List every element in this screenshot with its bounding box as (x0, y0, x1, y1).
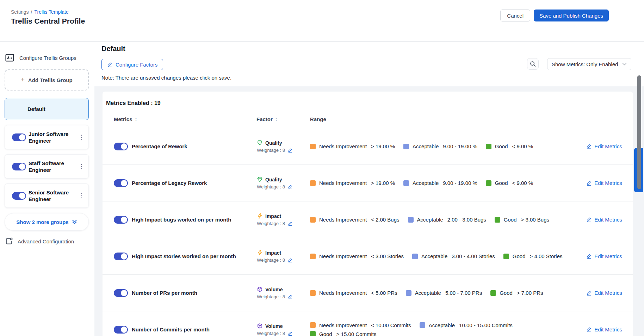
show-more-groups-button[interactable]: Show 2 more groups (5, 213, 89, 231)
edit-weightage-pencil-icon[interactable] (288, 331, 292, 336)
show-metrics-dropdown[interactable]: Show Metrics: Only Enabled (547, 58, 631, 70)
range-chip-acceptable: Acceptable5.00 - 7.00 PRs (406, 290, 482, 296)
breadcrumb-settings-link[interactable]: Settings (11, 9, 29, 15)
kebab-menu-icon[interactable]: ⋮ (78, 133, 85, 141)
factor-name: Impact (265, 213, 281, 219)
search-button[interactable] (527, 58, 539, 70)
breadcrumb-trellis-template-link[interactable]: Trellis Template (34, 9, 68, 15)
edit-metrics-link[interactable]: Edit Metrics (575, 143, 633, 149)
group-toggle[interactable] (12, 133, 26, 141)
column-header-metrics[interactable]: Metrics ▲▼ (114, 116, 137, 122)
page-header: Settings / Trellis Template Trellis Cent… (0, 0, 644, 42)
range-chip-good: Good> 15.00 Commits (310, 331, 377, 336)
add-trellis-group-label: Add Trellis Group (28, 77, 73, 83)
configure-trellis-groups-label: Configure Trellis Groups (19, 55, 76, 61)
metric-toggle[interactable] (114, 179, 128, 187)
kebab-menu-icon[interactable]: ⋮ (78, 192, 85, 199)
group-toggle[interactable] (12, 192, 26, 200)
cube-icon (257, 323, 263, 329)
acceptable-swatch (408, 217, 414, 223)
metric-toggle[interactable] (114, 326, 128, 334)
metric-name: High Impact bugs worked on per month (132, 216, 257, 223)
good-swatch (490, 290, 496, 296)
range-cell: Needs Improvement< 5.00 PRs Acceptable5.… (310, 290, 575, 296)
search-icon (530, 61, 536, 67)
group-item-default-selected[interactable]: Default (5, 98, 89, 120)
needs-improvement-swatch (310, 180, 316, 186)
metric-row-percentage-of-rework: Percentage of Rework Quality Weightage :… (103, 128, 633, 165)
edit-metrics-link[interactable]: Edit Metrics (575, 253, 633, 259)
range-cell: Needs Improvement> 19.00 % Acceptable9.0… (310, 143, 575, 149)
range-cell: Needs Improvement< 10.00 Commits Accepta… (310, 322, 535, 336)
edit-weightage-pencil-icon[interactable] (288, 221, 292, 226)
column-header-factor-label: Factor (256, 116, 273, 122)
pencil-icon (586, 327, 592, 332)
metric-row-high-impact-bugs: High Impact bugs worked on per month Imp… (103, 201, 633, 238)
metrics-table-card: Metrics Enabled : 19 Metrics ▲▼ Factor ▲… (103, 92, 633, 336)
edit-weightage-pencil-icon[interactable] (288, 148, 292, 153)
edit-metrics-link[interactable]: Edit Metrics (575, 290, 633, 296)
double-chevron-down-icon (72, 219, 77, 224)
range-chip-good: Good> 7.00 PRs (490, 290, 543, 296)
factor-cell: Impact Weightage : 8 (257, 250, 310, 263)
range-cell: Needs Improvement< 2.00 Bugs Acceptable2… (310, 217, 575, 223)
weightage: Weightage : 8 (257, 184, 310, 189)
save-and-publish-button[interactable]: Save and Publish Changes (534, 10, 609, 21)
add-trellis-group-button[interactable]: + Add Trellis Group (5, 69, 89, 91)
weightage: Weightage : 8 (257, 221, 310, 226)
range-chip-needs-improvement: Needs Improvement< 10.00 Commits (310, 322, 411, 328)
advanced-configuration-item[interactable]: Advanced Configuration (5, 237, 89, 245)
good-swatch (503, 254, 509, 259)
range-chip-acceptable: Acceptable3.00 - 4.00 Stories (412, 253, 495, 259)
breadcrumb-separator: / (31, 9, 32, 15)
show-metrics-dropdown-value: Show Metrics: Only Enabled (552, 61, 618, 67)
weightage: Weightage : 8 (257, 257, 310, 263)
range-chip-good: Good> 4.00 Stories (503, 253, 563, 259)
needs-improvement-swatch (310, 290, 316, 296)
plus-icon: + (21, 76, 25, 84)
cancel-button[interactable]: Cancel (500, 10, 530, 21)
range-chip-acceptable: Acceptable10.00 - 15.00 Commits (420, 322, 513, 328)
edit-metrics-label: Edit Metrics (594, 326, 622, 332)
metric-toggle[interactable] (114, 143, 128, 150)
range-chip-needs-improvement: Needs Improvement< 3.00 Stories (310, 253, 404, 259)
good-swatch (310, 331, 316, 336)
range-chip-needs-improvement: Needs Improvement> 19.00 % (310, 143, 395, 149)
main-panel: Default Configure Factors Note: There ar… (94, 42, 644, 336)
gem-icon (257, 140, 263, 146)
sidebar: Configure Trellis Groups + Add Trellis G… (0, 42, 94, 336)
edit-weightage-pencil-icon[interactable] (288, 294, 292, 299)
range-chip-good: Good< 9.00 % (486, 180, 533, 186)
needs-improvement-swatch (310, 217, 316, 223)
metric-name: Percentage of Rework (132, 143, 257, 150)
metric-toggle[interactable] (114, 253, 128, 260)
vertical-scrollbar-thumb[interactable] (637, 75, 641, 189)
group-name: Senior Software Engineer (29, 189, 75, 203)
factor-cell: Quality Weightage : 8 (257, 140, 310, 153)
group-item-junior-software-engineer[interactable]: Junior Software Engineer ⋮ (5, 125, 89, 149)
configure-factors-button[interactable]: Configure Factors (101, 59, 163, 70)
edit-weightage-pencil-icon[interactable] (288, 185, 292, 189)
column-header-factor[interactable]: Factor ▲▼ (256, 116, 278, 122)
weightage: Weightage : 8 (257, 148, 310, 153)
metric-toggle[interactable] (114, 289, 128, 297)
edit-metrics-link[interactable]: Edit Metrics (575, 326, 633, 332)
acceptable-swatch (420, 322, 425, 328)
lightning-icon (257, 250, 263, 256)
group-item-staff-software-engineer[interactable]: Staff Software Engineer ⋮ (5, 154, 89, 179)
metric-name: Number of Commits per month (132, 326, 257, 333)
group-toggle[interactable] (12, 163, 26, 170)
edit-metrics-label: Edit Metrics (594, 217, 622, 223)
sort-icon: ▲▼ (135, 117, 137, 122)
metrics-enabled-count: Metrics Enabled : 19 (103, 92, 633, 106)
edit-weightage-pencil-icon[interactable] (288, 258, 292, 262)
metric-row-number-of-commits: Number of Commits per month Volume Weigh… (103, 311, 633, 336)
edit-metrics-link[interactable]: Edit Metrics (575, 180, 633, 186)
column-header-range: Range (310, 116, 326, 122)
kebab-menu-icon[interactable]: ⋮ (78, 163, 85, 170)
metric-toggle[interactable] (114, 216, 128, 224)
range-chip-good: Good< 9.00 % (486, 143, 533, 149)
group-item-senior-software-engineer[interactable]: Senior Software Engineer ⋮ (5, 183, 89, 208)
edit-metrics-link[interactable]: Edit Metrics (575, 217, 633, 223)
id-badge-icon (5, 54, 14, 62)
